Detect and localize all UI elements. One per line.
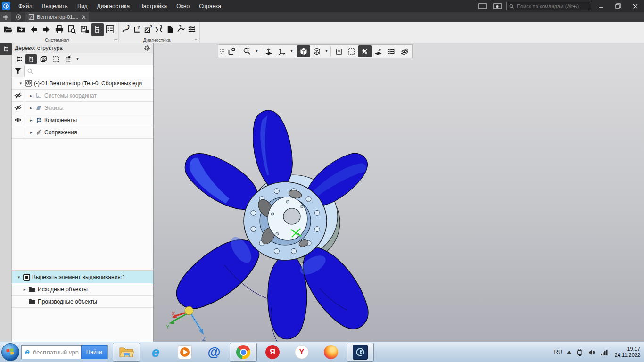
print-button[interactable] — [53, 23, 65, 36]
filter-funnel-icon[interactable] — [12, 65, 25, 77]
eye-crossed-icon[interactable] — [14, 105, 22, 111]
clock[interactable]: 19:17 24.11.2022 — [613, 346, 640, 358]
menu-view[interactable]: Вид — [73, 1, 92, 11]
check-body-button[interactable] — [165, 23, 175, 36]
check-direction-button[interactable]: ? — [176, 23, 186, 36]
start-page-icon[interactable] — [11, 12, 25, 22]
undo-button[interactable] — [27, 23, 40, 36]
menu-diagnostics[interactable]: Диагностика — [93, 1, 134, 11]
taskbar-search-box[interactable]: e Найти — [21, 345, 108, 359]
normal-to-button[interactable] — [262, 45, 275, 57]
open-recent-button[interactable] — [15, 23, 27, 36]
command-search-box[interactable] — [506, 2, 591, 10]
check-curve-smoothness-button[interactable]: ? — [121, 23, 131, 36]
menu-settings[interactable]: Настройка — [135, 1, 171, 11]
taskbar-yandex[interactable]: Я — [259, 343, 286, 362]
window-layout-icon[interactable] — [476, 2, 488, 10]
tree-row-coordinate-systems[interactable]: Системы координат — [12, 90, 153, 102]
3d-viewport[interactable]: X Y Z — [154, 43, 644, 342]
power-plug-icon[interactable] — [576, 348, 584, 356]
taskbar-firefox[interactable] — [317, 343, 345, 362]
taskbar-yandex-browser[interactable]: Y — [288, 343, 315, 362]
tree-row-components[interactable]: Компоненты — [12, 114, 153, 126]
tree-search-input[interactable] — [36, 68, 150, 74]
find-button[interactable]: Найти — [81, 345, 107, 359]
visibility-gutter[interactable] — [12, 90, 24, 101]
section-plane-button[interactable] — [372, 45, 385, 57]
expander-icon[interactable] — [17, 81, 24, 86]
tab-ventilator-01[interactable]: Вентилятор-01.... — [25, 12, 89, 22]
language-indicator[interactable]: RU — [554, 349, 562, 355]
chevron-down-icon[interactable] — [74, 53, 81, 65]
select-region-button[interactable] — [345, 45, 358, 57]
start-button[interactable] — [1, 343, 19, 361]
chevron-down-icon[interactable] — [254, 45, 260, 57]
expander-icon[interactable] — [28, 106, 34, 110]
close-button[interactable] — [628, 1, 642, 11]
expander-icon[interactable] — [21, 287, 28, 292]
tree-row-mates[interactable]: Сопряжения — [12, 126, 153, 139]
menu-window[interactable]: Окно — [172, 1, 194, 11]
toolbar-drag-handle[interactable] — [219, 45, 225, 57]
feature-row-source-objects[interactable]: Исходные объекты — [12, 283, 153, 296]
fan-model[interactable]: X Y Z — [154, 43, 644, 342]
eye-open-icon[interactable] — [14, 117, 22, 123]
gear-icon[interactable] — [144, 45, 150, 51]
insert-frame-button[interactable] — [79, 23, 91, 36]
visibility-gutter[interactable] — [12, 102, 24, 114]
menu-file[interactable]: Файл — [14, 1, 37, 11]
menu-help[interactable]: Справка — [195, 1, 225, 11]
expander-icon[interactable] — [28, 118, 34, 123]
taskbar-media-player[interactable] — [171, 343, 198, 362]
new-tab-button[interactable] — [0, 12, 11, 22]
show-copies-button[interactable] — [38, 54, 49, 64]
taskbar-chrome[interactable] — [230, 343, 257, 362]
show-hidden-icons-button[interactable] — [567, 351, 571, 354]
blade-top[interactable] — [250, 108, 295, 191]
tree-row-root[interactable]: (-)-01 Вентилятор (Тел-0, Сборочных еди — [12, 77, 153, 90]
taskbar-mail[interactable]: @ — [200, 343, 228, 362]
parameters-panel-button[interactable] — [104, 23, 116, 36]
eye-crossed-icon[interactable] — [14, 92, 22, 99]
chevron-down-icon[interactable] — [323, 45, 330, 57]
speaker-icon[interactable] — [588, 349, 596, 356]
tree-structure-view-button[interactable] — [25, 54, 37, 64]
taskbar-search-input[interactable] — [33, 349, 81, 356]
fan-hub[interactable] — [244, 182, 327, 260]
command-search-input[interactable] — [517, 3, 588, 9]
restore-button[interactable] — [611, 1, 625, 11]
print-preview-button[interactable] — [66, 23, 78, 36]
redo-button[interactable] — [40, 23, 52, 36]
check-corner-button[interactable]: ? — [132, 23, 142, 36]
taskbar-explorer[interactable] — [113, 343, 140, 362]
open-document-button[interactable] — [2, 23, 14, 36]
tree-row-sketches[interactable]: Эскизы — [12, 102, 153, 114]
zebra-stripes-button[interactable] — [187, 23, 198, 36]
group-grip[interactable] — [195, 39, 198, 41]
orientation-button[interactable] — [225, 45, 238, 57]
shaded-display-button[interactable] — [297, 45, 310, 57]
select-area-button[interactable] — [50, 54, 61, 64]
zoom-area-button[interactable] — [240, 45, 254, 57]
feature-row-cut-extrude[interactable]: Вырезать элемент выдавливания:1 — [12, 271, 153, 283]
check-curvature-button[interactable]: ? — [154, 23, 164, 36]
check-surface-button[interactable]: ? — [143, 23, 153, 36]
section-view-button[interactable] — [332, 45, 345, 57]
taskbar-internet-explorer[interactable]: e — [142, 343, 169, 362]
feature-row-derived-objects[interactable]: Производные объекты — [12, 296, 153, 308]
expander-icon[interactable] — [16, 275, 22, 280]
coordinate-axes-button[interactable] — [275, 45, 289, 57]
menu-select[interactable]: Выделить — [38, 1, 72, 11]
screen-settings-icon[interactable] — [491, 2, 504, 10]
network-signal-icon[interactable] — [600, 349, 609, 355]
tree-search-box[interactable] — [25, 65, 153, 77]
tree-structure-button[interactable] — [91, 23, 104, 36]
tree-build-order-button[interactable] — [13, 54, 25, 64]
tab-close-icon[interactable] — [82, 15, 86, 19]
minimize-button[interactable] — [594, 1, 608, 11]
tree-panel-tab[interactable] — [0, 43, 12, 55]
filter-list-button[interactable] — [62, 54, 74, 64]
taskbar-kompas[interactable] — [347, 343, 374, 362]
wireframe-display-button[interactable] — [310, 45, 323, 57]
zebra-check-button[interactable] — [385, 45, 398, 57]
